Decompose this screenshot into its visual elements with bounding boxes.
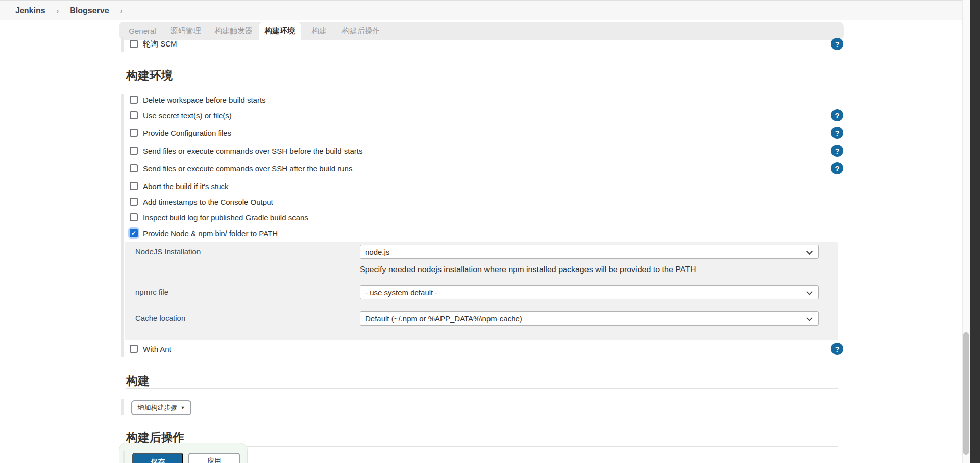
poll-scm-checkbox[interactable] <box>130 40 138 48</box>
build-env-option-4-checkbox[interactable] <box>130 164 138 172</box>
section-divider <box>126 388 838 389</box>
cache-location-select-value: Default (~/.npm or %APP_DATA%\npm-cache) <box>365 314 522 323</box>
breadcrumb-item[interactable]: Jenkins <box>15 6 45 15</box>
help-icon[interactable]: ? <box>831 162 843 174</box>
save-button[interactable]: 保存 <box>132 453 183 463</box>
scrollbar-thumb[interactable] <box>963 332 969 455</box>
build-env-option-8-row: ✓Provide Node & npm bin/ folder to PATH <box>130 227 278 239</box>
build-env-option-6-row: Add timestamps to the Console Output <box>130 196 273 207</box>
help-icon[interactable]: ? <box>831 343 843 355</box>
build-env-option-3-label[interactable]: Send files or execute commands over SSH … <box>143 147 362 155</box>
check-icon: ✓ <box>131 229 136 237</box>
build-env-option-8-label[interactable]: Provide Node & npm bin/ folder to PATH <box>143 229 278 238</box>
tab-strip: General源码管理构建触发器构建环境构建构建后操作 <box>119 22 844 40</box>
breadcrumb: Jenkins›Blogserve› <box>0 0 962 20</box>
add-build-step-label: 增加构建步骤 <box>138 403 177 412</box>
chevron-down-icon <box>806 248 813 255</box>
help-icon[interactable]: ? <box>831 145 843 157</box>
cache-location-label: Cache location <box>135 314 185 322</box>
build-env-option-1-row: Use secret text(s) or file(s) <box>130 110 232 121</box>
breadcrumb-separator-icon: › <box>120 7 123 15</box>
help-icon[interactable]: ? <box>831 109 843 121</box>
tab-build-environment[interactable]: 构建环境 <box>259 22 301 40</box>
build-env-option-1-checkbox[interactable] <box>130 111 138 119</box>
apply-button[interactable]: 应用 <box>188 453 240 463</box>
build-env-option-7-checkbox[interactable] <box>130 213 138 221</box>
build-env-option-6-checkbox[interactable] <box>130 198 138 206</box>
build-env-option-0-row: Delete workspace before build starts <box>130 94 266 105</box>
tab-build-triggers[interactable]: 构建触发器 <box>215 22 253 40</box>
build-env-option-5-checkbox[interactable] <box>130 182 138 190</box>
build-env-option-6-label[interactable]: Add timestamps to the Console Output <box>143 198 273 206</box>
with-ant-row: With Ant <box>130 343 171 354</box>
build-env-option-5-label[interactable]: Abort the build if it's stuck <box>143 182 229 191</box>
with-ant-label[interactable]: With Ant <box>143 345 171 353</box>
npmrc-file-label: npmrc file <box>135 288 168 296</box>
apply-button-label: 应用 <box>207 457 221 463</box>
breadcrumb-item[interactable]: Blogserve <box>70 6 109 15</box>
chevron-down-icon <box>806 289 813 295</box>
npmrc-file-select[interactable]: - use system default - <box>360 285 819 299</box>
nodejs-installation-select[interactable]: node.js <box>360 245 819 259</box>
content-right-divider <box>844 22 844 463</box>
nodejs-installation-helper-text: Specify needed nodejs installation where… <box>360 265 696 274</box>
build-env-option-7-label[interactable]: Inspect build log for published Gradle b… <box>143 213 308 222</box>
tab-general[interactable]: General <box>130 22 155 40</box>
build-env-option-2-checkbox[interactable] <box>130 129 138 137</box>
add-build-step-button[interactable]: 增加构建步骤 ▼ <box>131 400 191 415</box>
tab-post-build[interactable]: 构建后操作 <box>342 22 380 40</box>
build-env-option-0-checkbox[interactable] <box>130 96 138 104</box>
tab-build[interactable]: 构建 <box>312 22 327 40</box>
poll-scm-label[interactable]: 轮询 SCM <box>143 39 177 49</box>
form-section-bar <box>123 451 125 463</box>
nodejs-installation-label: NodeJS Installation <box>135 247 201 256</box>
help-icon[interactable]: ? <box>831 127 843 139</box>
build-env-option-4-row: Send files or execute commands over SSH … <box>130 163 352 174</box>
build-env-option-7-row: Inspect build log for published Gradle b… <box>130 212 308 223</box>
section-title-build-environment: 构建环境 <box>126 68 173 83</box>
form-section-bar <box>121 94 124 357</box>
screen-edge <box>970 0 980 463</box>
build-env-option-1-label[interactable]: Use secret text(s) or file(s) <box>143 111 232 120</box>
build-env-option-5-row: Abort the build if it's stuck <box>130 180 229 192</box>
build-env-option-3-checkbox[interactable] <box>130 147 138 155</box>
nodejs-installation-select-value: node.js <box>365 248 389 256</box>
chevron-down-icon <box>806 315 813 321</box>
help-icon[interactable]: ? <box>831 38 843 50</box>
build-env-option-0-label[interactable]: Delete workspace before build starts <box>143 96 266 104</box>
build-env-option-2-row: Provide Configuration files <box>130 127 231 138</box>
form-section-bar <box>121 399 124 415</box>
save-button-label: 保存 <box>151 458 165 463</box>
npmrc-file-select-value: - use system default - <box>365 288 437 297</box>
build-env-option-4-label[interactable]: Send files or execute commands over SSH … <box>143 164 352 173</box>
tab-source-management[interactable]: 源码管理 <box>170 22 201 40</box>
breadcrumb-separator-icon: › <box>57 7 59 15</box>
poll-scm-row: 轮询 SCM <box>130 38 177 50</box>
with-ant-checkbox[interactable] <box>130 345 138 353</box>
build-env-option-8-checkbox[interactable]: ✓ <box>130 229 138 237</box>
section-title-build: 构建 <box>126 373 150 389</box>
build-env-option-2-label[interactable]: Provide Configuration files <box>143 129 231 137</box>
form-section-bar <box>121 37 124 52</box>
build-env-option-3-row: Send files or execute commands over SSH … <box>130 145 362 156</box>
caret-down-icon: ▼ <box>181 405 185 410</box>
jenkins-config-page: Jenkins›Blogserve› General源码管理构建触发器构建环境构… <box>0 0 980 463</box>
section-divider <box>126 86 838 86</box>
cache-location-select[interactable]: Default (~/.npm or %APP_DATA%\npm-cache) <box>360 311 819 326</box>
